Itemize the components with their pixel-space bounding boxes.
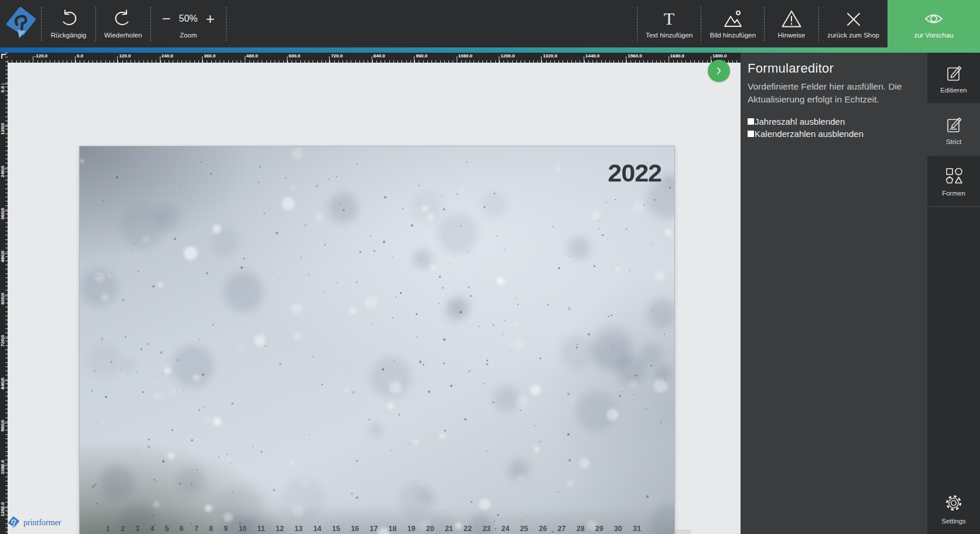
tab-strict[interactable]: Strict: [927, 104, 980, 155]
hints-label: Hinweise: [778, 32, 806, 39]
settings-label: Settings: [941, 518, 966, 525]
printformer-footer-brand[interactable]: printformer: [7, 516, 61, 530]
hide-year-checkbox[interactable]: [748, 118, 754, 125]
calendar-day-number: 27: [558, 525, 566, 533]
close-icon: [845, 9, 862, 28]
preview-button[interactable]: zur Vorschau: [888, 0, 980, 47]
calendar-day-number: 23: [482, 525, 491, 533]
calendar-day-number: 2: [121, 525, 125, 533]
back-to-shop-label: zurück zum Shop: [827, 32, 879, 39]
hide-calendar-numbers-checkbox[interactable]: [748, 131, 754, 137]
add-text-button[interactable]: T Text hinzufügen: [638, 0, 701, 47]
calendar-day-number: 5: [165, 525, 169, 533]
edit-lines-icon: [944, 114, 964, 134]
zoom-out-button[interactable]: −: [162, 12, 170, 25]
calendar-day-number: 13: [294, 525, 303, 533]
right-icon-rail: Editieren Strict Formen: [927, 53, 980, 534]
panel-collapse-button[interactable]: [708, 60, 730, 82]
warning-icon: [781, 9, 802, 28]
ruler-origin-corner: [1, 54, 6, 59]
back-to-shop-button[interactable]: zurück zum Shop: [819, 0, 888, 47]
zoom-in-button[interactable]: +: [206, 12, 215, 25]
calendar-day-number: 17: [369, 525, 378, 533]
chevron-right-icon: [712, 64, 725, 77]
calendar-page-canvas[interactable]: 2022 12345678910111213141516171819202122…: [80, 146, 674, 534]
zoom-controls: − 50% + Zoom: [151, 0, 226, 47]
rail-filler: Settings: [927, 207, 980, 534]
printformer-logo[interactable]: [0, 0, 41, 47]
redo-icon: [113, 9, 133, 28]
printformer-footer-logo-icon: [7, 516, 20, 530]
redo-label: Wiederholen: [104, 32, 142, 39]
undo-button[interactable]: Rückgängig: [42, 0, 95, 47]
tab-strict-label: Strict: [946, 138, 961, 145]
calendar-day-number: 4: [150, 525, 154, 533]
eye-icon: [923, 9, 944, 28]
calendar-day-number: 10: [238, 525, 246, 533]
calendar-day-number: 14: [313, 525, 321, 533]
calendar-day-number: 8: [209, 525, 213, 533]
calendar-day-number: 11: [258, 525, 265, 533]
brand-gradient-bar: [0, 47, 980, 53]
settings-button[interactable]: Settings: [927, 492, 980, 534]
calendar-day-number: 3: [135, 525, 139, 533]
tab-formen-label: Formen: [942, 190, 965, 197]
calendar-day-number: 1: [106, 525, 110, 533]
calendar-day-number: 26: [539, 525, 547, 533]
calendar-day-number: 19: [407, 525, 416, 533]
redo-button[interactable]: Wiederholen: [96, 0, 150, 47]
add-image-button[interactable]: Bild hinzufügen: [701, 0, 764, 47]
calendar-day-number: 22: [464, 525, 472, 533]
calendar-day-number: 6: [180, 525, 184, 533]
calendar-day-numbers-row: 1234567891011121314151617181920212223242…: [106, 525, 641, 533]
undo-label: Rückgängig: [51, 32, 87, 39]
calendar-day-number: 31: [633, 525, 641, 533]
hide-calendar-numbers-checkbox-row[interactable]: Kalenderzahlen ausblenden: [748, 129, 921, 139]
hide-calendar-numbers-label: Kalenderzahlen ausblenden: [755, 129, 864, 139]
undo-icon: [59, 9, 78, 28]
zoom-value: 50%: [179, 13, 198, 24]
text-icon: T: [660, 9, 678, 28]
form-editor-panel: Formulareditor Vordefinierte Felder hier…: [741, 53, 927, 534]
top-toolbar: Rückgängig Wiederholen − 50% + Zoom: [0, 0, 980, 47]
calendar-day-number: 25: [520, 525, 528, 533]
image-icon: [722, 9, 743, 28]
shapes-icon: [943, 166, 964, 186]
tab-editieren-label: Editieren: [940, 87, 967, 94]
calendar-day-number: 21: [445, 525, 453, 533]
year-text[interactable]: 2022: [608, 160, 662, 186]
calendar-day-number: 24: [501, 525, 509, 533]
edit-icon: [944, 63, 964, 83]
calendar-day-number: 28: [577, 525, 585, 533]
hide-year-label: Jahreszahl ausblenden: [755, 117, 845, 126]
preview-label: zur Vorschau: [914, 32, 953, 39]
calendar-day-number: 12: [276, 525, 284, 533]
calendar-day-number: 15: [332, 525, 340, 533]
hide-year-checkbox-row[interactable]: Jahreszahl ausblenden: [748, 117, 921, 126]
horizontal-ruler: -120.00.0120.0240.0360.0480.0600.0720.08…: [8, 53, 741, 63]
calendar-day-number: 30: [614, 525, 622, 533]
add-text-label: Text hinzufügen: [646, 32, 693, 39]
photo-droplet-texture: [80, 146, 674, 534]
toolbar-spacer: [227, 0, 637, 47]
calendar-day-number: 9: [224, 525, 228, 533]
svg-text:T: T: [664, 9, 674, 28]
vertical-ruler: 0.0120.0240.0360.0480.0600.0720.0840.096…: [0, 53, 8, 534]
gear-icon: [943, 492, 964, 514]
calendar-day-number: 7: [194, 525, 198, 533]
printformer-logo-icon: [4, 6, 37, 42]
printformer-editor-app: Rückgängig Wiederholen − 50% + Zoom: [0, 0, 980, 534]
printformer-wordmark: printformer: [23, 518, 61, 528]
calendar-day-number: 20: [426, 525, 434, 533]
panel-description: Vordefinierte Felder hier ausfüllen. Die…: [748, 80, 923, 106]
hints-button[interactable]: Hinweise: [765, 0, 818, 47]
tab-editieren[interactable]: Editieren: [927, 53, 980, 103]
calendar-day-number: 29: [595, 525, 604, 533]
add-image-label: Bild hinzufügen: [710, 32, 756, 39]
panel-title: Formulareditor: [748, 61, 921, 76]
tab-formen[interactable]: Formen: [927, 156, 980, 206]
calendar-day-number: 18: [389, 525, 397, 533]
zoom-label: Zoom: [180, 32, 197, 39]
calendar-day-number: 16: [351, 525, 359, 533]
workspace: 2022 12345678910111213141516171819202122…: [8, 63, 741, 534]
